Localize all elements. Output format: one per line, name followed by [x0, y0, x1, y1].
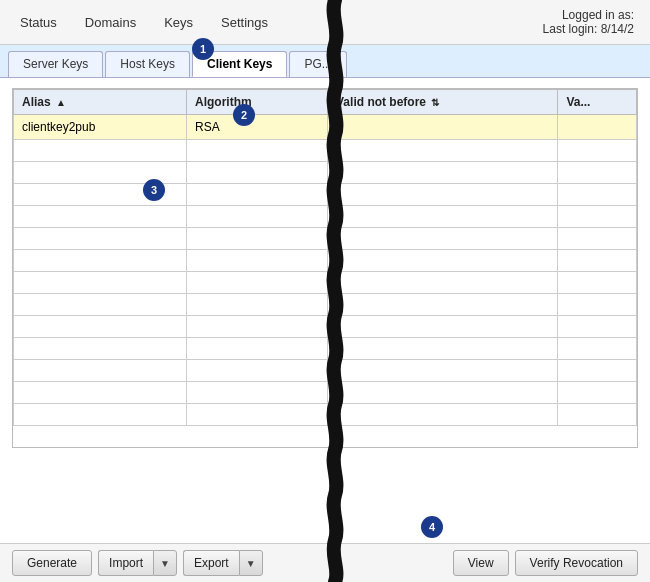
last-login: Last login: 8/14/2 [543, 22, 634, 36]
table-row-empty [14, 184, 637, 206]
generate-button[interactable]: Generate [12, 550, 92, 576]
bottom-toolbar: Generate Import ▼ Export ▼ View Verify R… [0, 543, 650, 582]
tab-host-keys[interactable]: Host Keys [105, 51, 190, 77]
table-row-empty [14, 404, 637, 426]
col-algorithm[interactable]: Algorithm [187, 90, 328, 115]
cell-valid-not-before [328, 115, 558, 140]
col-valid-not-before[interactable]: Valid not before ⇅ [328, 90, 558, 115]
table-row-empty [14, 382, 637, 404]
col-alias[interactable]: Alias ▲ [14, 90, 187, 115]
table-row-empty [14, 162, 637, 184]
tab-pg[interactable]: PG... [289, 51, 346, 77]
nav-settings[interactable]: Settings [217, 13, 272, 32]
nav-status[interactable]: Status [16, 13, 61, 32]
table-row-empty [14, 140, 637, 162]
main-content: Alias ▲ Algorithm Valid not before ⇅ Va.… [0, 78, 650, 468]
export-button[interactable]: Export [183, 550, 239, 576]
keys-table: Alias ▲ Algorithm Valid not before ⇅ Va.… [13, 89, 637, 426]
badge-2: 2 [233, 104, 255, 126]
export-dropdown-arrow[interactable]: ▼ [239, 550, 263, 576]
badge-4: 4 [421, 516, 443, 538]
valid-sort-icon: ⇅ [431, 97, 439, 108]
cell-alias: clientkey2pub [14, 115, 187, 140]
import-button[interactable]: Import [98, 550, 153, 576]
nav-keys[interactable]: Keys [160, 13, 197, 32]
nav-domains[interactable]: Domains [81, 13, 140, 32]
view-button[interactable]: View [453, 550, 509, 576]
nav-links: Status Domains Keys Settings [16, 13, 272, 32]
table-row[interactable]: clientkey2pub RSA [14, 115, 637, 140]
alias-sort-icon: ▲ [56, 97, 66, 108]
cell-algorithm: RSA [187, 115, 328, 140]
col-va[interactable]: Va... [558, 90, 637, 115]
table-row-empty [14, 360, 637, 382]
cell-va [558, 115, 637, 140]
table-row-empty [14, 294, 637, 316]
verify-revocation-button[interactable]: Verify Revocation [515, 550, 638, 576]
table-row-empty [14, 228, 637, 250]
top-navigation: Status Domains Keys Settings Logged in a… [0, 0, 650, 45]
logged-in-label: Logged in as: [543, 8, 634, 22]
table-row-empty [14, 272, 637, 294]
tab-server-keys[interactable]: Server Keys [8, 51, 103, 77]
table-row-empty [14, 250, 637, 272]
table-row-empty [14, 206, 637, 228]
table-row-empty [14, 316, 637, 338]
keys-table-container: Alias ▲ Algorithm Valid not before ⇅ Va.… [12, 88, 638, 448]
import-dropdown-arrow[interactable]: ▼ [153, 550, 177, 576]
login-info: Logged in as: Last login: 8/14/2 [543, 8, 634, 36]
table-row-empty [14, 338, 637, 360]
badge-3: 3 [143, 179, 165, 201]
import-split-button: Import ▼ [98, 550, 177, 576]
tab-bar: Server Keys Host Keys Client Keys PG... [0, 45, 650, 78]
badge-1: 1 [192, 38, 214, 60]
export-split-button: Export ▼ [183, 550, 263, 576]
